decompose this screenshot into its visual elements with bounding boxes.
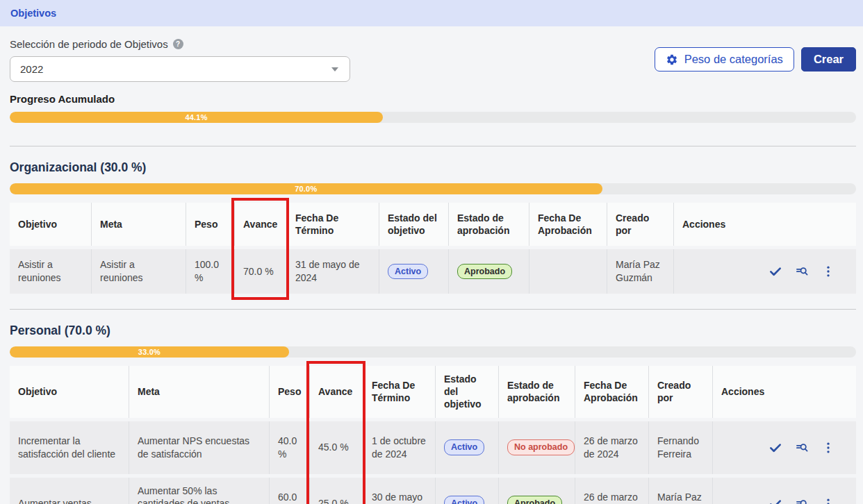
cell-fecha-aprobacion — [529, 249, 607, 294]
cell-meta: Asistir a reuniones — [91, 249, 186, 294]
section-title-organizacional: Organizacional (30.0 %) — [10, 160, 856, 175]
col-header-acciones: Acciones — [673, 203, 856, 246]
cell-estado-objetivo: Activo — [435, 478, 498, 504]
accumulated-progress-fill: 44.1% — [10, 112, 383, 123]
cell-fecha-termino: 31 de mayo de 2024 — [286, 249, 379, 294]
section-divider — [10, 309, 856, 310]
col-header-avance: Avance — [309, 366, 363, 418]
cell-avance: 45.0 % — [309, 421, 363, 474]
cell-objetivo: Incrementar la satisfacción del cliente — [10, 421, 129, 474]
col-header-meta: Meta — [91, 203, 186, 246]
col-header-objetivo: Objetivo — [10, 203, 91, 246]
col-header-objetivo: Objetivo — [10, 366, 129, 418]
approve-check-icon[interactable] — [769, 497, 782, 504]
period-select-value: 2022 — [20, 63, 43, 75]
personal-progress-value: 33.0% — [138, 348, 161, 356]
page-title: Objetivos — [0, 0, 863, 26]
cell-estado-aprobacion: Aprobado — [498, 478, 575, 504]
organizacional-progress-bar: 70.0% — [10, 183, 856, 194]
cell-creado-por: Fernando Ferreira — [648, 421, 712, 474]
cell-fecha-termino: 1 de octubre de 2024 — [363, 421, 435, 474]
cell-estado-aprobacion: No aprobado — [498, 421, 575, 474]
col-header-acciones: Acciones — [712, 366, 856, 418]
cell-peso: 60.0 % — [269, 478, 309, 504]
create-button[interactable]: Crear — [801, 47, 856, 72]
cell-meta: Aumentar 50% las cantidades de ventas an… — [129, 478, 269, 504]
organizacional-progress-value: 70.0% — [295, 185, 317, 193]
col-header-fecha-aprobacion: Fecha De Aprobación — [575, 366, 648, 418]
cell-fecha-aprobacion: 26 de marzo de 2024 — [575, 421, 648, 474]
cell-creado-por: María Paz Guzmán — [607, 249, 673, 294]
cell-peso: 100.0 % — [186, 249, 234, 294]
section-title-personal: Personal (70.0 %) — [10, 324, 856, 338]
chevron-down-icon — [331, 67, 338, 72]
period-controls: Selección de periodo de Objetivos ? 2022… — [10, 38, 856, 82]
review-search-icon[interactable] — [795, 441, 809, 455]
cell-avance: 25.0 % — [309, 478, 363, 504]
approval-badge-approved: Aprobado — [507, 496, 562, 504]
more-options-kebab-icon[interactable] — [821, 441, 835, 455]
cell-fecha-termino: 30 de mayo de 2024 — [363, 478, 435, 504]
cell-acciones — [712, 478, 856, 504]
more-options-kebab-icon[interactable] — [821, 264, 835, 278]
cell-acciones — [673, 249, 856, 294]
cell-fecha-aprobacion: 26 de marzo de 2024 — [575, 478, 648, 504]
approve-check-icon[interactable] — [769, 264, 782, 278]
status-badge-active: Activo — [444, 439, 484, 455]
section-divider — [10, 146, 856, 146]
category-weights-label: Peso de categorías — [684, 53, 783, 66]
accumulated-progress-title: Progreso Acumulado — [10, 93, 856, 105]
cell-objetivo: Aumentar ventas — [10, 478, 129, 504]
organizacional-progress-fill: 70.0% — [10, 183, 602, 194]
table-row: Asistir a reuniones Asistir a reuniones … — [10, 249, 856, 294]
col-header-creado-por: Creado por — [648, 366, 712, 418]
col-header-avance: Avance — [234, 203, 286, 246]
approval-badge-approved: Aprobado — [457, 264, 512, 280]
review-search-icon[interactable] — [795, 264, 809, 278]
review-search-icon[interactable] — [795, 497, 809, 504]
toolbar: Peso de categorías Crear — [655, 47, 856, 72]
col-header-estado-aprobacion: Estado de aprobación — [448, 203, 529, 246]
col-header-fecha-aprobacion: Fecha De Aprobación — [529, 203, 607, 246]
personal-table-wrap: Objetivo Meta Peso Avance Fecha De Térmi… — [10, 362, 856, 504]
cell-objetivo: Asistir a reuniones — [10, 249, 91, 294]
table-header-row: Objetivo Meta Peso Avance Fecha De Térmi… — [10, 203, 856, 246]
more-options-kebab-icon[interactable] — [821, 497, 835, 504]
col-header-fecha-termino: Fecha De Término — [363, 366, 435, 418]
period-select-label-text: Selección de periodo de Objetivos — [10, 38, 168, 50]
col-header-peso: Peso — [269, 366, 309, 418]
gear-icon — [666, 53, 678, 66]
cell-creado-por: María Paz Guzmán — [648, 478, 712, 504]
col-header-peso: Peso — [186, 203, 234, 246]
status-badge-active: Activo — [388, 264, 428, 280]
help-icon[interactable]: ? — [173, 39, 183, 49]
col-header-estado-aprobacion: Estado de aprobación — [498, 366, 575, 418]
accumulated-progress-value: 44.1% — [185, 113, 207, 121]
table-row: Aumentar ventas Aumentar 50% las cantida… — [10, 478, 856, 504]
accumulated-progress-bar: 44.1% — [10, 112, 856, 123]
col-header-fecha-termino: Fecha De Término — [286, 203, 379, 246]
table-row: Incrementar la satisfacción del cliente … — [10, 421, 856, 474]
organizacional-table-wrap: Objetivo Meta Peso Avance Fecha De Térmi… — [10, 199, 856, 297]
personal-progress-bar: 33.0% — [10, 346, 856, 358]
col-header-meta: Meta — [129, 366, 269, 418]
col-header-estado-objetivo: Estado del objetivo — [379, 203, 448, 246]
table-header-row: Objetivo Meta Peso Avance Fecha De Térmi… — [10, 366, 856, 418]
cell-estado-objetivo: Activo — [379, 249, 448, 294]
organizacional-table: Objetivo Meta Peso Avance Fecha De Térmi… — [10, 199, 856, 297]
cell-estado-aprobacion: Aprobado — [448, 249, 529, 294]
approve-check-icon[interactable] — [769, 441, 782, 455]
category-weights-button[interactable]: Peso de categorías — [655, 47, 794, 72]
personal-table: Objetivo Meta Peso Avance Fecha De Térmi… — [10, 362, 856, 504]
status-badge-active: Activo — [444, 496, 484, 504]
cell-avance: 70.0 % — [234, 249, 286, 294]
cell-meta: Aumentar NPS encuestas de satisfacción — [129, 421, 269, 474]
personal-progress-fill: 33.0% — [10, 346, 289, 358]
cell-peso: 40.0 % — [269, 421, 309, 474]
approval-badge-not-approved: No aprobado — [507, 439, 575, 455]
cell-estado-objetivo: Activo — [435, 421, 498, 474]
col-header-creado-por: Creado por — [607, 203, 673, 246]
col-header-estado-objetivo: Estado del objetivo — [435, 366, 498, 418]
cell-acciones — [712, 421, 856, 474]
period-select[interactable]: 2022 — [10, 56, 350, 82]
